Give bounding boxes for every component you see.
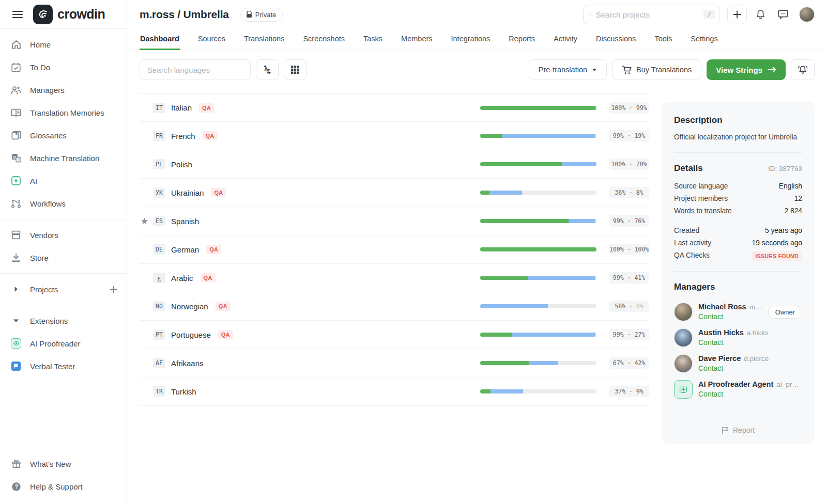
tab-reports[interactable]: Reports xyxy=(508,29,535,50)
progress-percentages: 37% · 9% xyxy=(609,386,649,397)
detail-row: Last activity19 seconds ago xyxy=(674,239,802,247)
language-row-german[interactable]: DEGermanQA100% · 100% xyxy=(140,235,650,264)
language-row-french[interactable]: FRFrenchQA99% · 19% xyxy=(140,122,650,150)
contact-link[interactable]: Contact xyxy=(698,312,723,321)
progress-percentages: 100% · 70% xyxy=(609,159,649,170)
sidebar-item-label: Machine Translation xyxy=(30,154,117,163)
arrow-right-icon xyxy=(768,67,776,73)
pre-translation-button[interactable]: Pre-translation xyxy=(529,59,607,80)
language-code-badge: NO xyxy=(153,301,165,311)
approved-segment xyxy=(480,162,562,166)
crowdin-logo[interactable]: crowdin xyxy=(33,5,105,24)
language-row-ukrainian[interactable]: УКUkrainianQA36% · 8% xyxy=(140,179,650,207)
notifications-button[interactable] xyxy=(752,6,769,23)
tab-tasks[interactable]: Tasks xyxy=(363,29,383,50)
tab-members[interactable]: Members xyxy=(401,29,433,50)
language-row-afrikaans[interactable]: AFAfrikaans67% · 42% xyxy=(140,349,650,377)
workflows-icon xyxy=(11,199,21,208)
issues-found-badge[interactable]: ISSUES FOUND xyxy=(752,251,802,261)
messages-button[interactable] xyxy=(774,6,792,23)
sidebar-item-machine-translation[interactable]: G文Machine Translation xyxy=(0,147,127,169)
view-strings-button[interactable]: View Strings xyxy=(707,59,786,80)
contact-link[interactable]: Contact xyxy=(698,338,723,346)
tab-activity[interactable]: Activity xyxy=(553,29,578,50)
crowdin-logo-icon xyxy=(33,5,53,24)
progress-percentages: 99% · 27% xyxy=(609,329,649,340)
sidebar-item-label: What's New xyxy=(30,460,117,468)
verbal-tester-icon xyxy=(11,361,21,371)
tab-sources[interactable]: Sources xyxy=(197,29,226,50)
contact-link[interactable]: Contact xyxy=(698,390,723,398)
language-row-turkish[interactable]: TRTurkish37% · 9% xyxy=(140,377,650,406)
qa-issues-badge[interactable]: QA xyxy=(206,245,221,254)
sidebar-item-managers[interactable]: Managers xyxy=(0,78,127,101)
help-icon: ? xyxy=(11,482,21,492)
tab-integrations[interactable]: Integrations xyxy=(451,29,491,50)
user-avatar[interactable] xyxy=(799,7,815,22)
subscribe-alerts-button[interactable] xyxy=(791,59,815,80)
qa-issues-badge[interactable]: QA xyxy=(218,330,233,339)
translated-segment xyxy=(512,333,595,337)
plus-icon[interactable] xyxy=(110,286,117,293)
language-row-portuguese[interactable]: PTPortugueseQA99% · 27% xyxy=(140,321,650,349)
svg-text:文: 文 xyxy=(17,158,21,162)
approved-segment xyxy=(480,106,595,110)
sort-languages-button[interactable]: AZ xyxy=(256,59,279,80)
grid-view-button[interactable] xyxy=(284,59,307,80)
manager-row: AI Proofreader Agent ai_proof… Contact xyxy=(674,380,802,399)
hamburger-menu-icon[interactable] xyxy=(9,7,26,22)
machine-translation-icon: G文 xyxy=(11,153,21,163)
buy-translations-button[interactable]: Buy Translations xyxy=(612,59,701,80)
manager-username: a.hicks xyxy=(747,329,769,337)
sidebar-nav: HomeTo DoManagersTranslation MemoriesGlo… xyxy=(0,29,127,448)
tab-settings[interactable]: Settings xyxy=(690,29,718,50)
language-code-badge: ع xyxy=(153,273,165,283)
contact-link[interactable]: Contact xyxy=(698,364,723,372)
sidebar-item-vendors[interactable]: Vendors xyxy=(0,224,127,246)
store-icon xyxy=(11,253,21,262)
glossaries-icon xyxy=(11,131,21,140)
language-row-spanish[interactable]: ESSpanish99% · 76% xyxy=(140,207,650,235)
sidebar-item-glossaries[interactable]: Glossaries xyxy=(0,124,127,147)
sidebar-item-ai-proofreader[interactable]: AI Proofreader xyxy=(0,332,127,355)
qa-issues-badge[interactable]: QA xyxy=(211,188,226,197)
sidebar-item-extensions[interactable]: Extensions xyxy=(0,309,127,332)
manager-row: Dave Pierce d.pierce Contact xyxy=(674,354,802,373)
language-row-italian[interactable]: ITItalianQA100% · 99% xyxy=(140,93,650,122)
sidebar-item-store[interactable]: Store xyxy=(0,246,127,269)
search-languages-input[interactable] xyxy=(140,59,251,80)
avatar xyxy=(674,303,693,321)
tab-dashboard[interactable]: Dashboard xyxy=(140,29,180,50)
translated-segment xyxy=(595,106,596,110)
tab-screenshots[interactable]: Screenshots xyxy=(302,29,345,50)
qa-issues-badge[interactable]: QA xyxy=(203,131,218,140)
language-row-arabic[interactable]: عArabicQA99% · 41% xyxy=(140,264,650,292)
language-name: Turkish xyxy=(171,387,196,396)
sidebar-item-projects[interactable]: Projects xyxy=(0,278,127,301)
qa-issues-badge[interactable]: QA xyxy=(201,273,216,282)
sidebar-bottom: What's New?Help & Support xyxy=(0,448,127,504)
sidebar-item-translation-memories[interactable]: Translation Memories xyxy=(0,101,127,124)
home-icon xyxy=(11,40,21,49)
sidebar-item-what-s-new[interactable]: What's New xyxy=(0,452,127,475)
translated-segment xyxy=(502,134,595,138)
star-icon[interactable] xyxy=(140,217,153,225)
qa-issues-badge[interactable]: QA xyxy=(216,302,231,311)
language-row-norwegian[interactable]: NONorwegianQA58% · 0% xyxy=(140,292,650,321)
search-projects-input[interactable] xyxy=(596,10,699,19)
tab-tools[interactable]: Tools xyxy=(654,29,672,50)
sidebar-item-to-do[interactable]: To Do xyxy=(0,56,127,78)
report-button[interactable]: Report xyxy=(674,418,802,434)
qa-issues-badge[interactable]: QA xyxy=(199,103,214,113)
cart-icon xyxy=(622,65,632,74)
language-row-polish[interactable]: PLPolish100% · 70% xyxy=(140,150,650,179)
sidebar-item-verbal-tester[interactable]: Verbal Tester xyxy=(0,355,127,377)
sidebar-item-home[interactable]: Home xyxy=(0,33,127,56)
sidebar-item-ai[interactable]: AI xyxy=(0,169,127,192)
tab-translations[interactable]: Translations xyxy=(243,29,285,50)
sidebar-item-workflows[interactable]: Workflows xyxy=(0,192,127,215)
language-name: Ukrainian xyxy=(171,188,204,197)
create-project-button[interactable] xyxy=(727,5,747,24)
sidebar-item-help-support[interactable]: ?Help & Support xyxy=(0,475,127,498)
tab-discussions[interactable]: Discussions xyxy=(595,29,636,50)
